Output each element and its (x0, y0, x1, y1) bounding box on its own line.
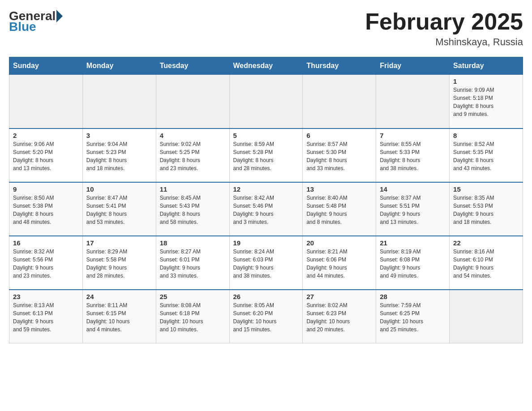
day-info: Sunrise: 9:06 AMSunset: 5:20 PMDaylight:… (13, 140, 79, 172)
day-info: Sunrise: 8:02 AMSunset: 6:23 PMDaylight:… (306, 301, 372, 334)
day-number: 16 (13, 239, 79, 247)
day-number: 6 (306, 132, 372, 139)
calendar-day-cell (82, 75, 156, 128)
day-info: Sunrise: 8:52 AMSunset: 5:35 PMDaylight:… (453, 140, 519, 172)
calendar-day-cell (303, 75, 376, 128)
calendar-day-header: Wednesday (229, 57, 303, 75)
calendar-week-row: 9Sunrise: 8:50 AMSunset: 5:38 PMDaylight… (9, 182, 523, 236)
day-info: Sunrise: 8:05 AMSunset: 6:20 PMDaylight:… (233, 301, 299, 334)
calendar-day-cell: 8Sunrise: 8:52 AMSunset: 5:35 PMDaylight… (450, 128, 523, 182)
day-info: Sunrise: 8:13 AMSunset: 6:13 PMDaylight:… (13, 301, 79, 334)
calendar-day-cell: 11Sunrise: 8:45 AMSunset: 5:43 PMDayligh… (156, 182, 229, 236)
calendar-day-cell: 12Sunrise: 8:42 AMSunset: 5:46 PMDayligh… (229, 182, 303, 236)
calendar-day-cell: 5Sunrise: 8:59 AMSunset: 5:28 PMDaylight… (229, 128, 303, 182)
day-info: Sunrise: 8:11 AMSunset: 6:15 PMDaylight:… (86, 301, 152, 334)
day-info: Sunrise: 8:32 AMSunset: 5:56 PMDaylight:… (13, 248, 79, 280)
calendar-day-cell: 1Sunrise: 9:09 AMSunset: 5:18 PMDaylight… (450, 75, 523, 128)
calendar-day-cell: 15Sunrise: 8:35 AMSunset: 5:53 PMDayligh… (450, 182, 523, 236)
day-info: Sunrise: 8:47 AMSunset: 5:41 PMDaylight:… (86, 194, 152, 226)
day-info: Sunrise: 8:29 AMSunset: 5:58 PMDaylight:… (86, 248, 152, 280)
calendar-day-cell: 2Sunrise: 9:06 AMSunset: 5:20 PMDaylight… (9, 128, 83, 182)
day-number: 13 (306, 185, 372, 193)
day-number: 17 (86, 239, 152, 247)
calendar-day-cell: 28Sunrise: 7:59 AMSunset: 6:25 PMDayligh… (376, 290, 450, 343)
day-info: Sunrise: 8:55 AMSunset: 5:33 PMDaylight:… (380, 140, 446, 172)
calendar-day-cell: 16Sunrise: 8:32 AMSunset: 5:56 PMDayligh… (9, 236, 83, 290)
day-info: Sunrise: 9:09 AMSunset: 5:18 PMDaylight:… (453, 86, 519, 118)
day-number: 9 (13, 185, 79, 193)
day-info: Sunrise: 9:04 AMSunset: 5:23 PMDaylight:… (86, 140, 152, 172)
day-info: Sunrise: 8:45 AMSunset: 5:43 PMDaylight:… (160, 194, 226, 226)
day-number: 22 (453, 239, 519, 247)
calendar-day-cell (156, 75, 229, 128)
calendar-day-cell (9, 75, 83, 128)
day-number: 7 (380, 132, 446, 139)
calendar-day-header: Thursday (303, 57, 376, 75)
month-title: February 2025 (365, 9, 523, 34)
calendar-week-row: 23Sunrise: 8:13 AMSunset: 6:13 PMDayligh… (9, 290, 523, 343)
day-info: Sunrise: 8:21 AMSunset: 6:06 PMDaylight:… (306, 248, 372, 280)
day-number: 5 (233, 132, 299, 139)
calendar-table: SundayMondayTuesdayWednesdayThursdayFrid… (9, 57, 523, 343)
day-number: 4 (160, 132, 226, 139)
day-number: 10 (86, 185, 152, 193)
calendar-day-header: Monday (82, 57, 156, 75)
day-number: 2 (13, 132, 79, 139)
day-number: 20 (306, 239, 372, 247)
calendar-day-cell: 27Sunrise: 8:02 AMSunset: 6:23 PMDayligh… (303, 290, 376, 343)
calendar-day-cell: 7Sunrise: 8:55 AMSunset: 5:33 PMDaylight… (376, 128, 450, 182)
calendar-day-header: Saturday (450, 57, 523, 75)
calendar-day-cell: 20Sunrise: 8:21 AMSunset: 6:06 PMDayligh… (303, 236, 376, 290)
calendar-day-cell: 21Sunrise: 8:19 AMSunset: 6:08 PMDayligh… (376, 236, 450, 290)
day-number: 24 (86, 293, 152, 300)
day-number: 8 (453, 132, 519, 139)
calendar-day-cell: 25Sunrise: 8:08 AMSunset: 6:18 PMDayligh… (156, 290, 229, 343)
calendar-day-cell: 4Sunrise: 9:02 AMSunset: 5:25 PMDaylight… (156, 128, 229, 182)
calendar-day-cell: 26Sunrise: 8:05 AMSunset: 6:20 PMDayligh… (229, 290, 303, 343)
day-number: 1 (453, 77, 519, 85)
day-number: 27 (306, 293, 372, 300)
calendar-day-cell: 10Sunrise: 8:47 AMSunset: 5:41 PMDayligh… (82, 182, 156, 236)
day-info: Sunrise: 9:02 AMSunset: 5:25 PMDaylight:… (160, 140, 226, 172)
day-number: 26 (233, 293, 299, 300)
day-info: Sunrise: 8:24 AMSunset: 6:03 PMDaylight:… (233, 248, 299, 280)
calendar-day-cell: 24Sunrise: 8:11 AMSunset: 6:15 PMDayligh… (82, 290, 156, 343)
calendar-day-cell (376, 75, 450, 128)
day-info: Sunrise: 8:35 AMSunset: 5:53 PMDaylight:… (453, 194, 519, 226)
title-block: February 2025 Mshinskaya, Russia (365, 9, 523, 48)
calendar-day-cell: 18Sunrise: 8:27 AMSunset: 6:01 PMDayligh… (156, 236, 229, 290)
day-info: Sunrise: 8:16 AMSunset: 6:10 PMDaylight:… (453, 248, 519, 280)
day-info: Sunrise: 7:59 AMSunset: 6:25 PMDaylight:… (380, 301, 446, 334)
calendar-day-cell (229, 75, 303, 128)
logo: General Blue (9, 9, 63, 34)
calendar-day-cell (450, 290, 523, 343)
day-number: 14 (380, 185, 446, 193)
day-info: Sunrise: 8:42 AMSunset: 5:46 PMDaylight:… (233, 194, 299, 226)
calendar-week-row: 2Sunrise: 9:06 AMSunset: 5:20 PMDaylight… (9, 128, 523, 182)
day-info: Sunrise: 8:50 AMSunset: 5:38 PMDaylight:… (13, 194, 79, 226)
calendar-day-cell: 13Sunrise: 8:40 AMSunset: 5:48 PMDayligh… (303, 182, 376, 236)
calendar-day-cell: 22Sunrise: 8:16 AMSunset: 6:10 PMDayligh… (450, 236, 523, 290)
day-number: 12 (233, 185, 299, 193)
location: Mshinskaya, Russia (365, 36, 523, 48)
calendar-header-row: SundayMondayTuesdayWednesdayThursdayFrid… (9, 57, 523, 75)
calendar-day-cell: 19Sunrise: 8:24 AMSunset: 6:03 PMDayligh… (229, 236, 303, 290)
calendar-week-row: 1Sunrise: 9:09 AMSunset: 5:18 PMDaylight… (9, 75, 523, 128)
day-number: 19 (233, 239, 299, 247)
day-info: Sunrise: 8:59 AMSunset: 5:28 PMDaylight:… (233, 140, 299, 172)
calendar-day-header: Friday (376, 57, 450, 75)
day-number: 21 (380, 239, 446, 247)
day-number: 3 (86, 132, 152, 139)
calendar-day-cell: 23Sunrise: 8:13 AMSunset: 6:13 PMDayligh… (9, 290, 83, 343)
day-number: 11 (160, 185, 226, 193)
day-info: Sunrise: 8:27 AMSunset: 6:01 PMDaylight:… (160, 248, 226, 280)
day-info: Sunrise: 8:57 AMSunset: 5:30 PMDaylight:… (306, 140, 372, 172)
calendar-week-row: 16Sunrise: 8:32 AMSunset: 5:56 PMDayligh… (9, 236, 523, 290)
day-info: Sunrise: 8:19 AMSunset: 6:08 PMDaylight:… (380, 248, 446, 280)
calendar-day-header: Sunday (9, 57, 83, 75)
day-info: Sunrise: 8:40 AMSunset: 5:48 PMDaylight:… (306, 194, 372, 226)
logo-blue-text: Blue (9, 20, 63, 34)
calendar-day-cell: 14Sunrise: 8:37 AMSunset: 5:51 PMDayligh… (376, 182, 450, 236)
day-number: 23 (13, 293, 79, 300)
day-number: 18 (160, 239, 226, 247)
